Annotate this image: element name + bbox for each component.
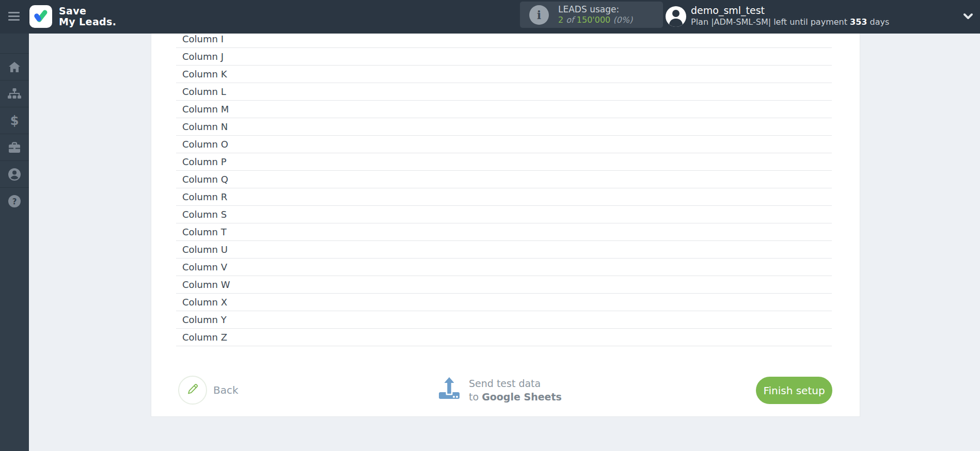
home-icon xyxy=(8,61,21,73)
send-test-data-label: Send test data to Google Sheets xyxy=(469,375,562,404)
avatar-icon xyxy=(666,6,686,27)
column-label: Column U xyxy=(182,244,228,255)
table-row[interactable]: Column L xyxy=(176,83,832,101)
table-row[interactable]: Column J xyxy=(176,48,832,66)
column-label: Column Q xyxy=(182,174,228,185)
finish-setup-button[interactable]: Finish setup xyxy=(756,377,832,404)
column-label: Column R xyxy=(182,191,227,202)
pencil-circle xyxy=(178,376,207,405)
top-header: Save My Leads. i LEADS usage: 2 of 150'0… xyxy=(0,0,980,34)
setup-card: Column I Column J Column K Column L Colu… xyxy=(151,34,860,417)
column-label: Column S xyxy=(182,209,227,220)
column-label: Column Y xyxy=(182,314,227,325)
send-test-data-button[interactable]: Send test data to Google Sheets xyxy=(437,375,562,404)
column-label: Column W xyxy=(182,279,230,290)
account-menu[interactable]: demo_sml_test Plan |ADM-SML-SM| left unt… xyxy=(666,4,889,27)
column-label: Column P xyxy=(182,156,227,167)
table-row[interactable]: Column T xyxy=(176,223,832,241)
table-row[interactable]: Column Y xyxy=(176,311,832,329)
account-plan: Plan |ADM-SML-SM| left until payment 353… xyxy=(691,17,889,27)
column-label: Column X xyxy=(182,297,227,308)
column-label: Column J xyxy=(182,51,224,62)
leads-usage-values: 2 of 150'000 (0%) xyxy=(558,15,633,25)
table-row[interactable]: Column Q xyxy=(176,171,832,188)
table-row[interactable]: Column S xyxy=(176,206,832,223)
column-label: Column V xyxy=(182,262,227,272)
leads-usage-badge[interactable]: i LEADS usage: 2 of 150'000 (0%) xyxy=(520,2,663,28)
info-icon: i xyxy=(529,5,549,25)
table-row[interactable]: Column M xyxy=(176,101,832,118)
column-label: Column M xyxy=(182,104,229,115)
sidebar-item-home[interactable] xyxy=(0,53,29,80)
table-row[interactable]: Column P xyxy=(176,153,832,171)
table-row[interactable]: Column Z xyxy=(176,329,832,346)
briefcase-icon xyxy=(8,142,21,153)
column-label: Column Z xyxy=(182,332,227,343)
chevron-down-icon[interactable] xyxy=(961,11,975,22)
back-button[interactable]: Back xyxy=(178,376,239,405)
column-label: Column I xyxy=(182,34,224,44)
sidebar-item-help[interactable]: ? xyxy=(0,187,29,214)
column-label: Column L xyxy=(182,86,226,97)
sidebar-item-billing[interactable]: $ xyxy=(0,107,29,134)
app-logo[interactable]: Save My Leads. xyxy=(29,5,116,28)
column-label: Column K xyxy=(182,69,227,79)
column-label: Column N xyxy=(182,121,228,132)
table-row[interactable]: Column O xyxy=(176,136,832,153)
sidebar-item-profile[interactable] xyxy=(0,160,29,187)
profile-icon xyxy=(8,168,21,181)
column-label: Column T xyxy=(182,227,227,237)
table-row[interactable]: Column W xyxy=(176,276,832,294)
billing-icon: $ xyxy=(10,114,19,128)
svg-text:?: ? xyxy=(12,197,17,206)
table-row[interactable]: Column R xyxy=(176,188,832,206)
logo-checkmark-icon xyxy=(29,5,52,28)
connections-icon xyxy=(8,88,21,100)
table-row[interactable]: Column N xyxy=(176,118,832,136)
table-row[interactable]: Column V xyxy=(176,259,832,276)
leads-usage-label: LEADS usage: xyxy=(558,4,633,15)
account-name: demo_sml_test xyxy=(691,4,889,17)
table-row[interactable]: Column K xyxy=(176,66,832,83)
upload-icon xyxy=(437,375,462,403)
sidebar-item-services[interactable] xyxy=(0,134,29,160)
pencil-icon xyxy=(185,382,200,398)
sidebar-item-connections[interactable] xyxy=(0,80,29,107)
help-icon: ? xyxy=(8,195,21,208)
columns-list: Column I Column J Column K Column L Colu… xyxy=(176,30,832,346)
back-button-label: Back xyxy=(213,384,239,396)
sidebar-nav: $ ? xyxy=(0,34,29,451)
table-row[interactable]: Column X xyxy=(176,294,832,311)
table-row[interactable]: Column U xyxy=(176,241,832,259)
logo-text: Save My Leads. xyxy=(59,6,116,27)
column-label: Column O xyxy=(182,139,228,150)
hamburger-menu-icon[interactable] xyxy=(8,12,21,22)
